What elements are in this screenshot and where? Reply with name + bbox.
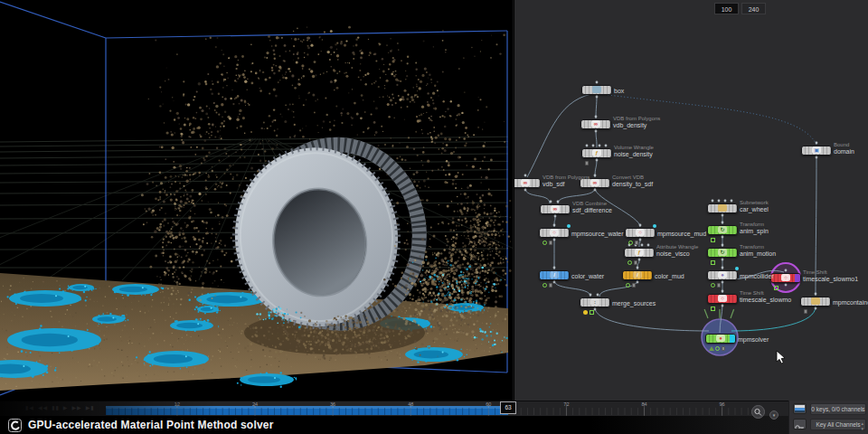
houdini-app: box∞VDB from Polygonsvdb_densityƒVolume …	[0, 0, 868, 434]
key-icon[interactable]	[793, 419, 807, 429]
collider-icon: ●	[718, 271, 727, 278]
badge-green	[628, 241, 633, 245]
node-name-label: anim_spin	[740, 228, 769, 234]
node-name-label: mpmsolver	[738, 336, 769, 343]
badge-lock	[634, 260, 637, 265]
node-type-label: Convert VDB	[612, 175, 644, 180]
play-icon[interactable]: ▶	[63, 405, 69, 410]
node-anim_motion[interactable]: ↻	[707, 248, 738, 258]
playbar-zoom-button[interactable]	[751, 405, 765, 419]
svg-text:84: 84	[641, 401, 646, 407]
node-type-label: Transform	[740, 244, 764, 250]
node-name-label: vdb_sdf	[542, 181, 565, 187]
node-type-label: Time Shift	[740, 290, 764, 296]
node-name-label: mpmsource_mud	[657, 231, 706, 237]
node-name-label: density_to_sdf	[612, 181, 653, 187]
node-type-label: Attribute Wrangle	[656, 244, 698, 250]
display-flag[interactable]	[735, 267, 739, 270]
node-name-label: color_mud	[655, 273, 684, 279]
node-color_mud[interactable]: /	[622, 270, 653, 280]
playbar[interactable]: 1224364860728496	[0, 401, 788, 416]
node-segment	[730, 335, 735, 343]
current-frame-marker[interactable]: 63	[500, 401, 516, 414]
node-type-label: Volume Wrangle	[614, 145, 654, 150]
node-mpmsource_water[interactable]: ○	[539, 228, 570, 238]
display-flag[interactable]	[653, 224, 656, 228]
viewport-3d[interactable]	[0, 0, 514, 401]
node-type-label: Bound	[834, 142, 849, 147]
node-sdf_difference[interactable]: ∞	[540, 204, 571, 214]
step-forward-icon[interactable]: ▶▮	[86, 405, 95, 410]
vdb-icon: ∞	[591, 120, 600, 127]
badge-lock	[804, 309, 807, 314]
bound-icon: ▣	[812, 146, 821, 154]
key-scope-dropdown[interactable]: Key All Channels ▴▾	[810, 419, 866, 430]
badge-lock	[635, 241, 638, 245]
node-segment	[795, 274, 800, 282]
display-flag[interactable]	[567, 224, 571, 228]
node-mpmcontainer[interactable]	[800, 297, 831, 307]
network-editor[interactable]: box∞VDB from Polygonsvdb_densityƒVolume …	[514, 0, 868, 401]
pause-icon[interactable]: ▮▮	[52, 405, 60, 410]
svg-text:12: 12	[175, 401, 180, 407]
node-domain[interactable]: ▣	[801, 146, 832, 156]
node-name-label: noise_density	[614, 151, 653, 157]
node-mpmsolver[interactable]: ●	[705, 334, 736, 344]
badge-green	[626, 283, 630, 288]
badge-greensq	[711, 260, 715, 265]
vdb-icon: ∞	[590, 179, 599, 186]
node-mpmcollider[interactable]: ●	[707, 270, 738, 280]
playback-controls[interactable]: ▮◀◀◀▮▮▶▶▶▶▮	[25, 404, 99, 410]
time-icon: ○	[718, 295, 727, 302]
node-noise_visco[interactable]: ƒ	[624, 248, 655, 258]
node-name-label: car_wheel	[740, 206, 769, 212]
svg-text:72: 72	[563, 401, 569, 407]
keys-summary-button[interactable]: 0 keys, 0/0 channels ▴	[810, 403, 866, 415]
range-end-field[interactable]: 240	[741, 3, 766, 14]
vdb-icon: ∞	[521, 179, 530, 186]
node-box[interactable]	[581, 85, 612, 95]
node-timescale_slowmo1[interactable]: ○	[770, 273, 801, 283]
node-noise_density[interactable]: ƒ	[581, 148, 612, 158]
wrangle-icon: ƒ	[635, 249, 644, 256]
node-type-label: Time Shift	[803, 269, 827, 275]
node-anim_spin[interactable]: ↻	[707, 225, 738, 235]
network-wires	[514, 0, 868, 401]
node-vdb_sdf[interactable]: ∞	[514, 178, 541, 188]
badge-lock	[722, 346, 725, 351]
badge-green	[715, 346, 720, 351]
badge-green	[627, 260, 632, 265]
node-mpmsource_mud[interactable]: ○	[625, 228, 656, 238]
badge-greensq	[774, 286, 778, 290]
container-icon	[811, 297, 820, 305]
time-icon: ○	[781, 274, 790, 281]
node-color_water[interactable]: /	[539, 270, 570, 280]
node-type-label: VDB Combine	[572, 201, 607, 206]
step-back-icon[interactable]: ▮◀	[25, 405, 34, 410]
node-name-label: mpmcontainer	[833, 299, 868, 306]
keys-summary-arrow-icon: ▴	[861, 407, 863, 412]
playbar-options-button[interactable]: ▾	[769, 410, 778, 420]
node-type-label: Subnetwork	[740, 200, 769, 205]
range-start-field[interactable]: 100	[714, 3, 739, 14]
badge-green	[711, 283, 715, 288]
autokey-toggle-icon[interactable]	[793, 403, 807, 414]
badge-lock	[717, 283, 721, 288]
node-vdb_density[interactable]: ∞	[580, 119, 611, 129]
fast-forward-icon[interactable]: ▶▶	[71, 405, 81, 410]
node-name-label: anim_motion	[740, 250, 776, 257]
node-name-label: merge_sources	[612, 300, 656, 307]
badge-yellow	[583, 310, 588, 315]
node-car_wheel[interactable]	[707, 203, 738, 213]
node-merge_sources[interactable]: :	[580, 297, 610, 307]
node-name-label: box	[614, 88, 624, 94]
node-name-label: mpmsource_water	[571, 231, 624, 237]
keys-summary-label: 0 keys, 0/0 channels	[811, 406, 864, 412]
node-name-label: timescale_slowmo1	[803, 276, 858, 282]
badge-lock	[632, 283, 636, 288]
rewind-icon[interactable]: ◀◀	[38, 405, 48, 410]
houdini-logo-icon	[8, 419, 22, 432]
node-type-label: Transform	[740, 222, 764, 227]
node-timescale_slowmo[interactable]: ○	[707, 294, 738, 304]
paint-icon: /	[550, 271, 559, 278]
